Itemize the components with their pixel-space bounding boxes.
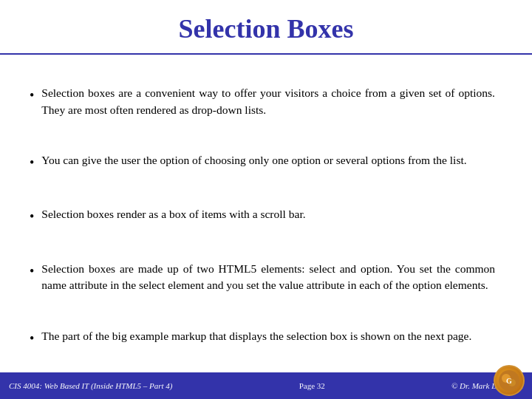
footer-logo: G xyxy=(494,365,526,398)
bullet-dot-2: • xyxy=(30,153,34,172)
bullet-item-2: • You can give the user the option of ch… xyxy=(30,152,495,172)
slide-content: • Selection boxes are a convenient way t… xyxy=(0,55,532,372)
bullet-text-5: The part of the big example markup that … xyxy=(41,328,471,344)
footer-course: CIS 4004: Web Based IT (Inside HTML5 – P… xyxy=(9,381,173,390)
bullet-dot-4: • xyxy=(30,262,34,281)
bullet-dot-3: • xyxy=(30,207,34,226)
bullet-text-1: Selection boxes are a convenient way to … xyxy=(41,85,495,118)
bullet-dot-5: • xyxy=(30,329,34,348)
slide-title: Selection Boxes xyxy=(0,0,532,55)
slide: Selection Boxes • Selection boxes are a … xyxy=(0,0,532,399)
footer-page: Page 32 xyxy=(299,381,325,390)
logo-circle: G xyxy=(494,365,525,396)
bullet-item-5: • The part of the big example markup tha… xyxy=(30,328,495,348)
bullet-text-3: Selection boxes render as a box of items… xyxy=(41,206,305,222)
slide-footer: CIS 4004: Web Based IT (Inside HTML5 – P… xyxy=(0,372,532,399)
bullet-dot-1: • xyxy=(30,86,34,105)
bullet-item-3: • Selection boxes render as a box of ite… xyxy=(30,206,495,226)
bullet-item-1: • Selection boxes are a convenient way t… xyxy=(30,85,495,118)
bullet-item-4: • Selection boxes are made up of two HTM… xyxy=(30,261,495,294)
bullet-text-4: Selection boxes are made up of two HTML5… xyxy=(41,261,495,294)
svg-text:G: G xyxy=(506,377,512,385)
bullet-text-2: You can give the user the option of choo… xyxy=(41,152,466,168)
